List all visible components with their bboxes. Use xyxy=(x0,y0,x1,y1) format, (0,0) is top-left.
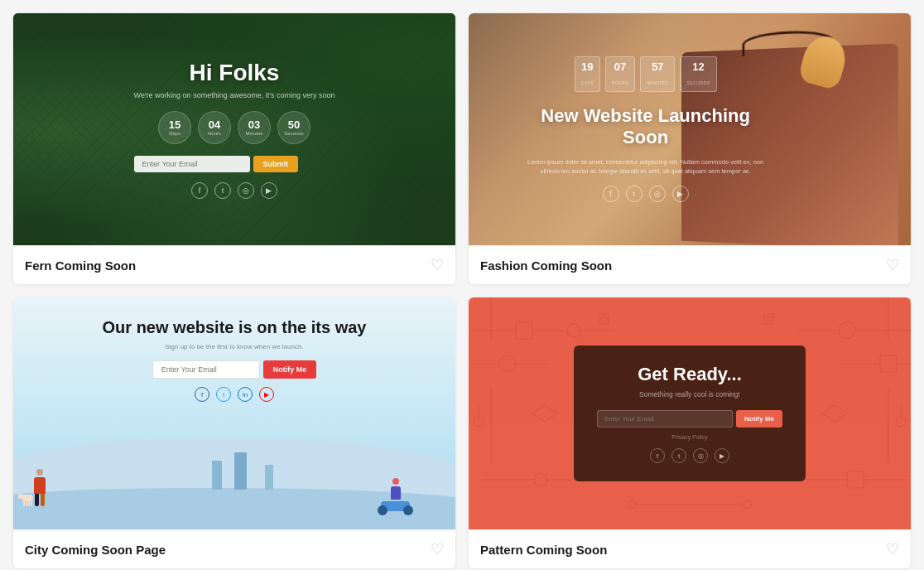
city-card-title: City Coming Soon Page xyxy=(25,543,166,557)
city-building-3 xyxy=(265,465,273,490)
fern-facebook-icon[interactable]: f xyxy=(191,182,208,199)
fashion-minutes-num: 57 xyxy=(647,60,668,73)
pattern-instagram-icon[interactable]: ◎ xyxy=(693,448,708,463)
pattern-youtube-icon[interactable]: ▶ xyxy=(715,448,729,463)
pattern-twitter-icon[interactable]: t xyxy=(671,448,686,463)
pattern-email-input[interactable] xyxy=(597,410,733,428)
city-dog xyxy=(22,495,33,506)
svg-rect-12 xyxy=(880,355,897,372)
fern-twitter-icon[interactable]: t xyxy=(214,182,231,199)
city-linkedin-icon[interactable]: in xyxy=(238,387,253,402)
fashion-preview[interactable]: 19 DAYS 07 HOURS 57 MINUTES 12 xyxy=(469,13,911,245)
fashion-card-title: Fashion Coming Soon xyxy=(480,258,612,273)
city-scene xyxy=(13,397,455,529)
fashion-days: 19 DAYS xyxy=(575,56,600,92)
city-social: f t in ▶ xyxy=(103,387,367,402)
fashion-title: New Website Launching Soon xyxy=(524,105,768,149)
svg-rect-1 xyxy=(516,322,532,339)
svg-rect-6 xyxy=(499,355,516,372)
fern-countdown: 15 Days 04 Hours 03 Minutes 50 xyxy=(134,111,335,144)
fern-seconds-num: 50 xyxy=(288,119,300,130)
fern-minutes-num: 03 xyxy=(248,119,260,130)
svg-rect-31 xyxy=(767,316,772,321)
fashion-facebook-icon[interactable]: f xyxy=(603,186,619,202)
fashion-timer: 19 DAYS 07 HOURS 57 MINUTES 12 xyxy=(524,56,768,92)
city-youtube-icon[interactable]: ▶ xyxy=(259,387,274,402)
fashion-days-label: DAYS xyxy=(581,80,594,85)
pattern-notify-button[interactable]: Notify Me xyxy=(736,410,782,428)
fashion-days-num: 19 xyxy=(581,60,594,73)
fashion-minutes-label: MINUTES xyxy=(647,80,668,85)
fern-seconds: 50 Seconds xyxy=(277,111,310,144)
city-twitter-icon[interactable]: t xyxy=(216,387,231,402)
city-content: Our new website is on the its way Sign u… xyxy=(103,317,367,407)
fern-card-title: Fern Coming Soon xyxy=(25,258,136,273)
city-form: Notify Me xyxy=(103,360,367,379)
card-city: Our new website is on the its way Sign u… xyxy=(13,297,455,568)
city-notify-button[interactable]: Notify Me xyxy=(263,360,317,379)
fern-days: 15 Days xyxy=(158,111,191,144)
pattern-social: f t ◎ ▶ xyxy=(597,448,782,463)
pattern-facebook-icon[interactable]: f xyxy=(650,448,665,463)
fern-youtube-icon[interactable]: ▶ xyxy=(261,182,277,199)
fern-preview[interactable]: Hi Folks We're working on something awes… xyxy=(13,13,455,245)
city-subtitle: Sign up to be the first to know when we … xyxy=(103,343,367,350)
svg-point-15 xyxy=(534,473,547,486)
fern-hours: 04 Hours xyxy=(198,111,231,144)
city-preview[interactable]: Our new website is on the its way Sign u… xyxy=(13,297,455,529)
fern-email-input[interactable] xyxy=(134,156,250,172)
fashion-hours-num: 07 xyxy=(612,60,629,73)
pattern-card-title: Pattern Coming Soon xyxy=(480,543,607,557)
fern-submit-button[interactable]: Submit xyxy=(253,156,299,172)
fern-hours-num: 04 xyxy=(209,119,220,130)
pattern-subtitle: Something really cool is coming! xyxy=(597,390,782,399)
fashion-seconds-label: SECONDS xyxy=(686,80,710,85)
fern-social: f t ◎ ▶ xyxy=(134,182,335,199)
pattern-privacy[interactable]: Privacy Policy xyxy=(597,434,782,440)
city-building-2 xyxy=(234,452,247,490)
card-fern: Hi Folks We're working on something awes… xyxy=(13,13,455,284)
fashion-twitter-icon[interactable]: t xyxy=(626,186,642,202)
city-footer: City Coming Soon Page ♡ xyxy=(13,529,455,568)
fashion-background: 19 DAYS 07 HOURS 57 MINUTES 12 xyxy=(469,13,911,245)
city-building-1 xyxy=(212,461,222,490)
svg-point-24 xyxy=(474,417,484,427)
fern-subtitle: We're working on something awesome, it's… xyxy=(134,91,335,99)
fern-footer: Fern Coming Soon ♡ xyxy=(13,245,455,284)
city-facebook-icon[interactable]: f xyxy=(195,387,209,402)
svg-point-32 xyxy=(628,500,636,509)
fern-minutes-label: Minutes xyxy=(245,131,262,136)
city-email-input[interactable] xyxy=(152,360,260,379)
svg-rect-30 xyxy=(764,314,774,324)
fashion-heart-icon[interactable]: ♡ xyxy=(886,256,899,274)
card-pattern: Get Ready... Something really cool is co… xyxy=(469,297,911,568)
fashion-hours: 07 HOURS xyxy=(605,56,636,92)
fashion-footer: Fashion Coming Soon ♡ xyxy=(469,245,911,284)
fern-instagram-icon[interactable]: ◎ xyxy=(238,182,254,199)
city-heart-icon[interactable]: ♡ xyxy=(431,540,444,558)
fern-form: Submit xyxy=(134,156,335,172)
svg-point-26 xyxy=(896,417,906,427)
fern-heart-icon[interactable]: ♡ xyxy=(431,256,444,274)
fashion-youtube-icon[interactable]: ▶ xyxy=(672,186,689,202)
city-scooter-person xyxy=(381,478,410,511)
pattern-preview[interactable]: Get Ready... Something really cool is co… xyxy=(469,297,911,529)
pattern-card: Get Ready... Something really cool is co… xyxy=(574,345,806,481)
fashion-social: f t ◎ ▶ xyxy=(524,186,768,202)
fashion-content: 19 DAYS 07 HOURS 57 MINUTES 12 xyxy=(524,56,768,202)
fashion-seconds: 12 SECONDS xyxy=(680,56,716,92)
city-title: Our new website is on the its way xyxy=(103,317,367,338)
fern-minutes: 03 Minutes xyxy=(238,111,271,144)
city-background: Our new website is on the its way Sign u… xyxy=(13,297,455,529)
svg-point-33 xyxy=(744,500,752,509)
pattern-background: Get Ready... Something really cool is co… xyxy=(469,297,911,529)
svg-point-3 xyxy=(567,324,580,337)
fashion-instagram-icon[interactable]: ◎ xyxy=(649,186,666,202)
pattern-title: Get Ready... xyxy=(597,364,782,385)
template-grid: Hi Folks We're working on something awes… xyxy=(13,13,911,568)
pattern-heart-icon[interactable]: ♡ xyxy=(886,540,899,558)
fashion-seconds-num: 12 xyxy=(686,60,710,73)
pattern-form: Notify Me xyxy=(597,410,782,428)
svg-rect-18 xyxy=(847,471,864,488)
fashion-desc: Lorem ipsum dolor sit amet, consectetur … xyxy=(524,157,768,176)
